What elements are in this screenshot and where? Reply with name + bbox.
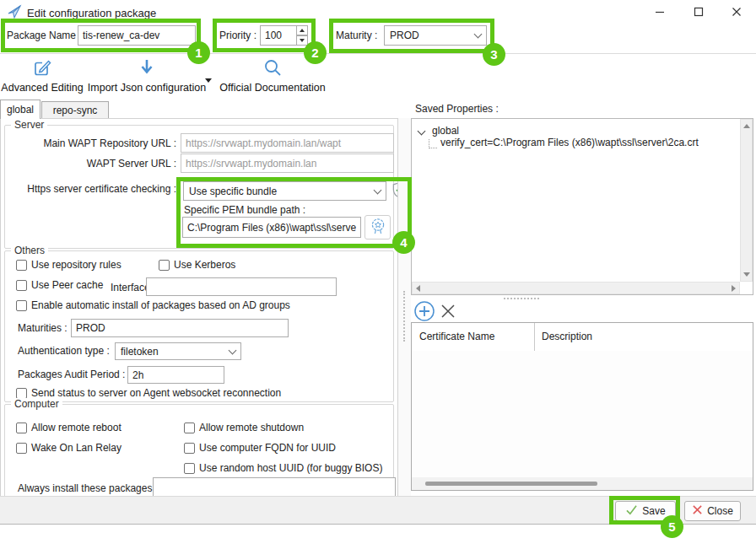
auth-type-label: Authentication type : bbox=[18, 345, 110, 357]
horizontal-splitter[interactable] bbox=[411, 295, 753, 301]
server-url-input[interactable] bbox=[181, 153, 394, 173]
package-name-input[interactable] bbox=[78, 25, 196, 46]
checkbox-use-kerberos[interactable]: Use Kerberos bbox=[159, 259, 235, 271]
checkbox-icon[interactable] bbox=[184, 423, 195, 433]
window-title: Edit configuration package bbox=[27, 7, 156, 19]
maturity-select[interactable]: PROD bbox=[384, 25, 487, 46]
import-json-button[interactable]: Import Json configuration bbox=[86, 57, 208, 94]
scroll-up-icon[interactable] bbox=[743, 124, 750, 128]
save-button-label: Save bbox=[642, 505, 665, 517]
tree-expander-icon[interactable] bbox=[418, 126, 426, 135]
import-json-dropdown-icon[interactable] bbox=[205, 78, 212, 83]
search-icon bbox=[262, 57, 283, 80]
priority-label: Priority : bbox=[219, 30, 256, 41]
import-json-label: Import Json configuration bbox=[88, 82, 206, 94]
checkbox-use-peer-cache[interactable]: Use Peer cache bbox=[16, 279, 103, 291]
checkbox-label: Allow remote reboot bbox=[31, 422, 122, 433]
auth-type-select[interactable]: filetoken bbox=[115, 342, 241, 360]
saved-properties-tree: global verify_cert=C:\Program Files (x86… bbox=[411, 118, 753, 295]
add-certificate-button[interactable] bbox=[413, 300, 435, 322]
close-window-button[interactable] bbox=[722, 2, 751, 22]
title-bar: Edit configuration package bbox=[0, 0, 756, 25]
checkbox-ad-groups[interactable]: Enable automatic install of packages bas… bbox=[16, 299, 290, 311]
audit-period-label: Packages Audit Period : bbox=[18, 369, 125, 380]
edit-pencil-icon bbox=[32, 57, 52, 80]
remove-certificate-button[interactable] bbox=[440, 303, 456, 320]
checkbox-icon[interactable] bbox=[16, 443, 27, 454]
tree-item-label: verify_cert=C:\Program Files (x86)\wapt\… bbox=[440, 137, 699, 148]
pem-path-input[interactable] bbox=[182, 217, 361, 238]
maturities-input[interactable] bbox=[71, 319, 289, 337]
always-install-input[interactable] bbox=[153, 477, 396, 497]
maturities-label: Maturities : bbox=[18, 322, 68, 334]
scroll-down-icon[interactable] bbox=[743, 272, 750, 277]
chevron-down-icon bbox=[474, 30, 483, 39]
table-hscrollbar[interactable] bbox=[412, 477, 753, 490]
checkbox-icon[interactable] bbox=[16, 423, 27, 433]
checkbox-icon[interactable] bbox=[184, 463, 195, 474]
checkbox-allow-remote-reboot[interactable]: Allow remote reboot bbox=[16, 422, 122, 433]
arrow-down-icon bbox=[137, 57, 157, 80]
tree-hscrollbar[interactable] bbox=[412, 282, 740, 294]
checkbox-fqdn-uuid[interactable]: Use computer FQDN for UUID bbox=[184, 442, 336, 454]
repo-url-input[interactable] bbox=[181, 133, 394, 153]
tree-item-verify-cert[interactable]: verify_cert=C:\Program Files (x86)\wapt\… bbox=[429, 137, 699, 148]
scroll-left-icon[interactable] bbox=[416, 285, 420, 292]
tree-item-label: global bbox=[432, 125, 459, 137]
cert-check-select[interactable]: Use specific bundle bbox=[183, 181, 386, 201]
header-separator bbox=[0, 53, 756, 54]
certificate-table: Certificate Name Description bbox=[411, 322, 753, 491]
checkbox-use-repository-rules[interactable]: Use repository rules bbox=[16, 259, 122, 271]
checkbox-icon[interactable] bbox=[16, 260, 27, 271]
maximize-button[interactable] bbox=[684, 2, 713, 22]
shield-check-icon bbox=[391, 181, 398, 202]
tree-item-global[interactable]: global bbox=[418, 125, 459, 137]
priority-input[interactable] bbox=[260, 25, 297, 46]
tab-repo-sync[interactable]: repo-sync bbox=[41, 101, 109, 119]
priority-stepper[interactable] bbox=[296, 25, 308, 46]
advanced-editing-button[interactable]: Advanced Editing bbox=[2, 57, 83, 94]
checkbox-icon[interactable] bbox=[16, 280, 27, 291]
checkbox-label: Allow remote shutdown bbox=[199, 422, 304, 433]
vertical-splitter[interactable] bbox=[398, 118, 411, 497]
column-certificate-name[interactable]: Certificate Name bbox=[419, 331, 494, 342]
checkbox-icon[interactable] bbox=[159, 260, 170, 271]
hscroll-thumb[interactable] bbox=[425, 482, 597, 486]
column-divider[interactable] bbox=[534, 323, 535, 351]
checkbox-allow-remote-shutdown[interactable]: Allow remote shutdown bbox=[184, 422, 304, 433]
advanced-editing-label: Advanced Editing bbox=[1, 82, 83, 94]
checkbox-icon[interactable] bbox=[184, 443, 195, 454]
edit-configuration-window: Edit configuration package Package Name … bbox=[0, 0, 756, 549]
spin-up-icon[interactable] bbox=[296, 25, 308, 35]
pem-path-label: Specific PEM bundle path : bbox=[184, 204, 305, 216]
tab-global[interactable]: global bbox=[0, 100, 40, 119]
table-header: Certificate Name Description bbox=[412, 323, 753, 351]
close-button-label: Close bbox=[707, 505, 733, 517]
checkbox-label: Use repository rules bbox=[31, 259, 122, 271]
always-install-label: Always install these packages bbox=[18, 482, 152, 494]
server-url-label: WAPT Server URL : bbox=[1, 158, 176, 170]
checkbox-wake-on-lan[interactable]: Wake On Lan Relay bbox=[16, 442, 122, 454]
repo-url-label: Main WAPT Repository URL : bbox=[1, 137, 176, 149]
chevron-down-icon bbox=[229, 346, 237, 354]
tree-vscrollbar[interactable] bbox=[740, 119, 753, 282]
checkbox-random-uuid[interactable]: Use random host UUID (for buggy BIOS) bbox=[184, 462, 382, 474]
minimize-button[interactable] bbox=[645, 2, 674, 22]
tree-connector-icon bbox=[429, 139, 437, 148]
checkbox-icon[interactable] bbox=[16, 388, 27, 399]
saved-properties-label: Saved Properties : bbox=[415, 103, 499, 115]
close-button[interactable]: Close bbox=[684, 501, 741, 521]
tab-global-label: global bbox=[7, 104, 34, 116]
cert-check-label: Https server certificate checking : bbox=[1, 183, 176, 195]
interface-input[interactable] bbox=[146, 277, 337, 296]
certificate-badge-icon bbox=[369, 217, 387, 238]
checkbox-send-status[interactable]: Send status to server on Agent websocket… bbox=[16, 387, 281, 399]
checkbox-label: Wake On Lan Relay bbox=[31, 442, 122, 454]
checkbox-icon[interactable] bbox=[16, 300, 27, 311]
auth-type-value: filetoken bbox=[121, 346, 159, 358]
close-x-icon bbox=[692, 504, 703, 518]
certificate-badge-button[interactable] bbox=[364, 215, 391, 240]
scroll-right-icon[interactable] bbox=[732, 285, 736, 292]
column-description[interactable]: Description bbox=[542, 331, 592, 342]
audit-period-input[interactable] bbox=[127, 366, 224, 384]
